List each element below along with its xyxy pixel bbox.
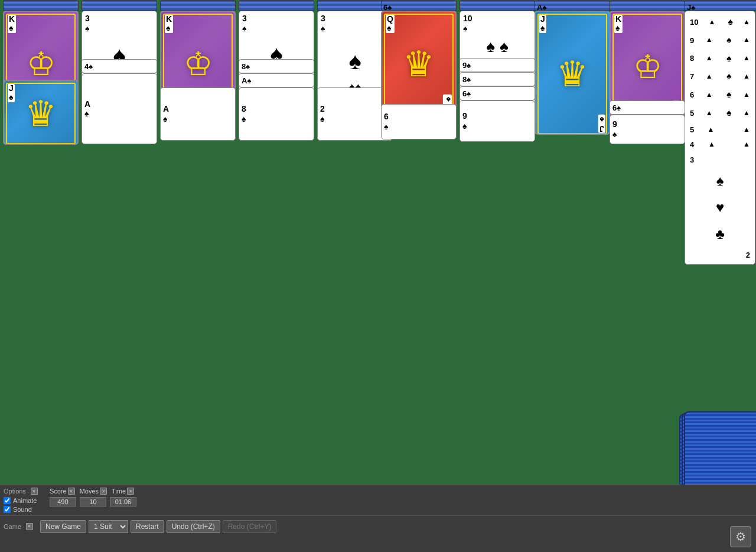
card-8-spade-4a[interactable]: 8♠	[239, 59, 314, 73]
suit-selector[interactable]: 1 Suit 2 Suits 4 Suits	[89, 520, 128, 533]
stats-section: Score ✕ Moves ✕ Time ✕	[50, 488, 136, 506]
options-title: Options	[4, 488, 26, 495]
undo-button[interactable]: Undo (Ctrl+Z)	[167, 520, 220, 533]
card-6-spade-6b[interactable]: 6♠	[381, 104, 457, 139]
sound-checkbox[interactable]	[4, 506, 11, 513]
moves-value[interactable]	[80, 497, 106, 506]
options-section: Options ✕ Animate Sound	[4, 488, 38, 513]
gear-icon: ⚙	[735, 530, 746, 544]
animate-checkbox[interactable]	[4, 497, 11, 504]
score-close-button[interactable]: ✕	[68, 488, 75, 495]
card-9-spade-9[interactable]: 9♠	[610, 115, 685, 144]
time-label: Time	[112, 488, 126, 495]
card-6-spade-9[interactable]: 6♠	[610, 100, 685, 115]
time-close-button[interactable]: ✕	[127, 488, 134, 495]
card-4-spade[interactable]: 4♠	[82, 59, 157, 73]
card-8-spade-7[interactable]: 8♠	[460, 72, 535, 86]
card-9-spade-7b[interactable]: 9♠	[460, 100, 535, 142]
card-8-spade-4b[interactable]: 8♠	[239, 87, 314, 141]
card-queen-spade[interactable]: Q♠ Q♠ ♛	[381, 11, 457, 117]
card-6-spade-7[interactable]: 6♠	[460, 86, 535, 100]
bottom-panel: Options ✕ Animate Sound Score ✕	[0, 485, 756, 552]
card-a-spade-2[interactable]: A ♠	[82, 73, 157, 144]
sound-checkbox-label[interactable]: Sound	[4, 506, 38, 513]
new-game-button[interactable]: New Game	[40, 520, 86, 533]
facedown-indicator	[3, 0, 79, 11]
options-close-button[interactable]: ✕	[31, 488, 38, 495]
animate-checkbox-label[interactable]: Animate	[4, 497, 38, 504]
game-close-button[interactable]: ✕	[26, 523, 33, 530]
moves-label: Moves	[80, 488, 99, 495]
card-jack-spade-1[interactable]: J♠ ♛	[3, 80, 79, 145]
card-jack-spade-8[interactable]: J♠ J♠ ♛	[535, 11, 610, 135]
score-value[interactable]	[50, 497, 76, 506]
time-value[interactable]	[110, 497, 136, 506]
game-controls: Game ✕ New Game 1 Suit 2 Suits 4 Suits R…	[0, 515, 756, 537]
card-a-spade-3[interactable]: A♠	[160, 87, 236, 141]
restart-button[interactable]: Restart	[131, 520, 164, 533]
settings-button[interactable]: ⚙	[730, 526, 751, 547]
card-a-spade-4[interactable]: A♠	[239, 73, 314, 87]
score-label: Score	[50, 488, 67, 495]
game-title: Game	[4, 523, 21, 530]
moves-close-button[interactable]: ✕	[100, 488, 107, 495]
redo-button[interactable]: Redo (Ctrl+Y)	[223, 520, 277, 533]
game-area: K♠ K♠ ♔ J♠ ♛ 3♠ ♠ ♠ ♠ 4♠	[0, 0, 756, 485]
card-9-spade-7a[interactable]: 9♠	[460, 58, 535, 72]
